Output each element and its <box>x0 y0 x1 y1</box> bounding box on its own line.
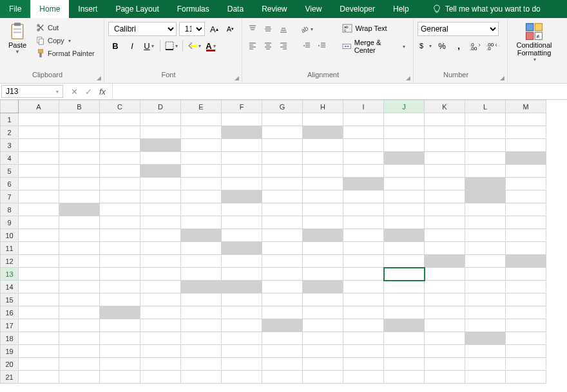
cell-B16[interactable] <box>59 306 100 319</box>
cell-C16[interactable] <box>100 306 140 319</box>
cell-E10[interactable] <box>181 229 222 242</box>
increase-indent-button[interactable] <box>316 39 329 52</box>
worksheet-grid[interactable]: ABCDEFGHIJKLM123456789101112131415161718… <box>0 100 567 392</box>
cell-L9[interactable] <box>465 216 506 229</box>
row-header-1[interactable]: 1 <box>1 113 19 126</box>
tab-formulas[interactable]: Formulas <box>168 0 218 18</box>
cell-F4[interactable] <box>222 152 262 165</box>
cell-D3[interactable] <box>140 139 181 152</box>
cell-F19[interactable] <box>222 345 262 358</box>
cell-K10[interactable] <box>425 229 465 242</box>
cell-B9[interactable] <box>59 216 100 229</box>
cell-J10[interactable] <box>384 229 425 242</box>
cell-I3[interactable] <box>343 139 384 152</box>
cell-C2[interactable] <box>100 126 140 139</box>
cell-K7[interactable] <box>425 191 465 203</box>
font-launcher[interactable]: ◢ <box>233 74 240 82</box>
tab-developer[interactable]: Developer <box>331 0 384 18</box>
cell-E21[interactable] <box>181 371 222 384</box>
cell-E16[interactable] <box>181 306 222 319</box>
cell-B7[interactable] <box>59 191 100 203</box>
cut-button[interactable]: Cut <box>34 22 97 33</box>
cell-A9[interactable] <box>19 216 59 229</box>
cell-E19[interactable] <box>181 345 222 358</box>
cell-E14[interactable] <box>181 281 222 294</box>
cell-F13[interactable] <box>222 268 262 281</box>
tab-help[interactable]: Help <box>384 0 418 18</box>
orientation-button[interactable]: ab▾ <box>300 23 313 35</box>
col-header-E[interactable]: E <box>181 100 222 113</box>
cell-F1[interactable] <box>222 113 262 126</box>
cell-H21[interactable] <box>303 371 343 384</box>
cell-A2[interactable] <box>19 126 59 139</box>
col-header-B[interactable]: B <box>59 100 100 113</box>
number-launcher[interactable]: ◢ <box>498 74 506 82</box>
cell-I15[interactable] <box>343 294 384 306</box>
cell-A18[interactable] <box>19 332 59 345</box>
cell-I7[interactable] <box>343 191 384 203</box>
cell-E4[interactable] <box>181 152 222 165</box>
font-color-button[interactable]: A▾ <box>204 39 218 53</box>
cell-L3[interactable] <box>465 139 506 152</box>
cell-E11[interactable] <box>181 242 222 255</box>
align-left-button[interactable] <box>246 39 259 52</box>
cell-H11[interactable] <box>303 242 343 255</box>
cell-F17[interactable] <box>222 319 262 332</box>
cell-M11[interactable] <box>506 242 546 255</box>
cell-J1[interactable] <box>384 113 425 126</box>
cell-C7[interactable] <box>100 191 140 203</box>
cell-L2[interactable] <box>465 126 506 139</box>
row-header-3[interactable]: 3 <box>1 139 19 152</box>
cell-A15[interactable] <box>19 294 59 306</box>
cell-I16[interactable] <box>343 306 384 319</box>
cell-J17[interactable] <box>384 319 425 332</box>
cell-I17[interactable] <box>343 319 384 332</box>
cell-L10[interactable] <box>465 229 506 242</box>
cell-L14[interactable] <box>465 281 506 294</box>
cell-A12[interactable] <box>19 255 59 268</box>
cell-G8[interactable] <box>262 203 303 216</box>
cell-I6[interactable] <box>343 178 384 191</box>
cell-L4[interactable] <box>465 152 506 165</box>
cell-D7[interactable] <box>140 191 181 203</box>
cell-D2[interactable] <box>140 126 181 139</box>
cell-G12[interactable] <box>262 255 303 268</box>
cell-B20[interactable] <box>59 358 100 371</box>
cell-D6[interactable] <box>140 178 181 191</box>
cell-B6[interactable] <box>59 178 100 191</box>
cell-E8[interactable] <box>181 203 222 216</box>
cell-K18[interactable] <box>425 332 465 345</box>
cell-H16[interactable] <box>303 306 343 319</box>
row-header-13[interactable]: 13 <box>1 268 19 281</box>
cell-E7[interactable] <box>181 191 222 203</box>
cell-I13[interactable] <box>343 268 384 281</box>
cell-A4[interactable] <box>19 152 59 165</box>
cell-I2[interactable] <box>343 126 384 139</box>
row-header-6[interactable]: 6 <box>1 178 19 191</box>
format-painter-button[interactable]: Format Painter <box>34 48 97 59</box>
cell-G10[interactable] <box>262 229 303 242</box>
cell-M10[interactable] <box>506 229 546 242</box>
cell-K15[interactable] <box>425 294 465 306</box>
cell-L15[interactable] <box>465 294 506 306</box>
cell-E15[interactable] <box>181 294 222 306</box>
row-header-20[interactable]: 20 <box>1 358 19 371</box>
cell-M5[interactable] <box>506 165 546 178</box>
cell-J20[interactable] <box>384 358 425 371</box>
cell-C5[interactable] <box>100 165 140 178</box>
bold-button[interactable]: B <box>108 39 122 53</box>
conditional-formatting-button[interactable]: ≠ Conditional Formatting▾ <box>512 21 557 62</box>
align-bottom-button[interactable] <box>277 23 290 35</box>
cell-F5[interactable] <box>222 165 262 178</box>
cell-H12[interactable] <box>303 255 343 268</box>
cell-A19[interactable] <box>19 345 59 358</box>
cell-D9[interactable] <box>140 216 181 229</box>
row-header-19[interactable]: 19 <box>1 345 19 358</box>
cell-L6[interactable] <box>465 178 506 191</box>
cell-B4[interactable] <box>59 152 100 165</box>
cell-I10[interactable] <box>343 229 384 242</box>
cell-M1[interactable] <box>506 113 546 126</box>
row-header-16[interactable]: 16 <box>1 306 19 319</box>
cell-H10[interactable] <box>303 229 343 242</box>
cell-C18[interactable] <box>100 332 140 345</box>
